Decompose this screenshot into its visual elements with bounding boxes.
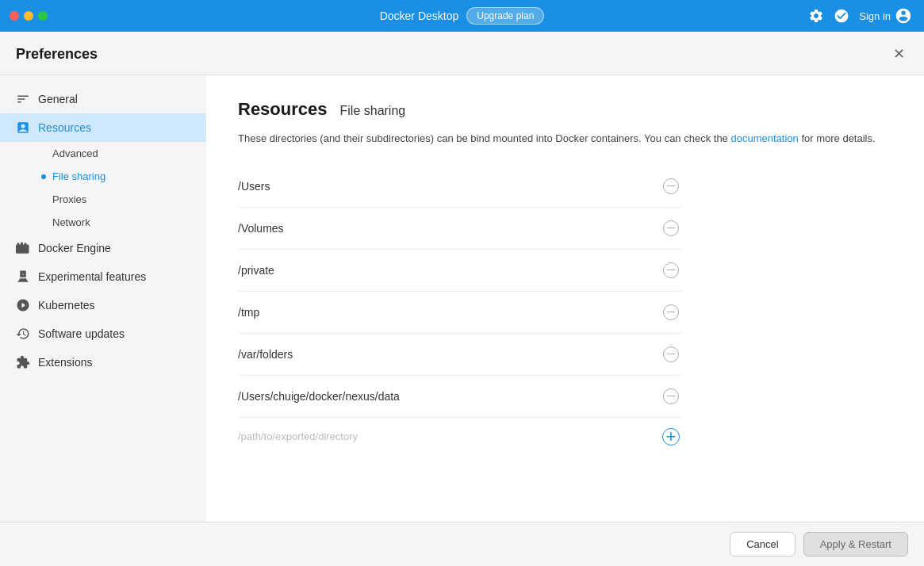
sidebar-item-docker-engine[interactable]: Docker Engine — [0, 234, 206, 262]
sidebar-subitem-advanced[interactable]: Advanced — [0, 142, 206, 165]
description-text: These directories (and their subdirector… — [238, 132, 728, 144]
content-header: Resources File sharing — [238, 99, 892, 120]
section-subtitle: File sharing — [340, 104, 406, 118]
sidebar-subitem-proxies[interactable]: Proxies — [0, 188, 206, 211]
directory-item-var-folders: /var/folders — [238, 334, 682, 376]
resource-icon — [16, 120, 30, 135]
account-circle-icon — [895, 7, 912, 25]
minus-circle-private — [663, 262, 679, 278]
bullet-file-sharing — [41, 174, 46, 179]
dir-path-users: /Users — [238, 180, 660, 193]
documentation-link[interactable]: documentation — [730, 132, 798, 144]
sidebar-extensions-label: Extensions — [38, 356, 92, 369]
cancel-button[interactable]: Cancel — [730, 532, 795, 556]
subitem-file-sharing-label: File sharing — [52, 170, 105, 182]
close-traffic-light[interactable] — [10, 11, 19, 21]
preferences-title: Preferences — [16, 46, 98, 63]
apply-restart-button[interactable]: Apply & Restart — [803, 532, 908, 556]
sliders-icon — [16, 92, 30, 106]
main-content: Resources File sharing These directories… — [206, 75, 924, 522]
minus-circle-volumes — [663, 220, 679, 236]
remove-users-button[interactable] — [660, 175, 682, 197]
minus-circle-tmp — [663, 304, 679, 320]
dir-path-private: /private — [238, 264, 660, 277]
maximize-traffic-light[interactable] — [38, 11, 48, 21]
sidebar-subitem-file-sharing[interactable]: File sharing — [0, 165, 206, 188]
dir-path-nexus: /Users/chuige/docker/nexus/data — [238, 390, 660, 403]
remove-private-button[interactable] — [660, 259, 682, 281]
preferences-window: Preferences ✕ General Resources — [0, 32, 924, 566]
traffic-lights — [10, 11, 48, 21]
subitem-network-label: Network — [52, 216, 90, 228]
sidebar-subitems: Advanced File sharing Proxies Network — [0, 142, 206, 234]
subitem-advanced-label: Advanced — [52, 147, 98, 159]
experiment-icon — [16, 270, 30, 284]
add-placeholder: /path/to/exported/directory — [238, 430, 660, 442]
kubernetes-icon — [16, 298, 30, 312]
directory-item-private: /private — [238, 250, 682, 292]
dir-path-tmp: /tmp — [238, 306, 660, 319]
engine-icon — [16, 241, 30, 255]
user-settings-icon[interactable] — [834, 8, 849, 24]
sidebar-general-label: General — [38, 93, 78, 105]
sidebar-item-experimental[interactable]: Experimental features — [0, 262, 206, 291]
sidebar-item-resources[interactable]: Resources — [0, 113, 206, 142]
plus-circle-icon: + — [662, 428, 680, 446]
preferences-footer: Cancel Apply & Restart — [0, 522, 924, 566]
sidebar-docker-engine-label: Docker Engine — [38, 242, 111, 254]
directory-item-volumes: /Volumes — [238, 208, 682, 250]
description-end-text: for more details. — [801, 132, 875, 144]
sidebar-experimental-label: Experimental features — [38, 270, 146, 283]
minus-circle-users — [663, 178, 679, 194]
subitem-proxies-label: Proxies — [52, 193, 86, 205]
sidebar-item-general[interactable]: General — [0, 85, 206, 113]
preferences-body: General Resources Advanced File sharing — [0, 75, 924, 522]
directory-list: /Users /Volumes /private — [238, 166, 682, 456]
titlebar-right: Sign in — [808, 7, 912, 25]
minimize-traffic-light[interactable] — [24, 11, 33, 21]
add-directory-button[interactable]: + — [660, 426, 682, 448]
extensions-icon — [16, 355, 30, 369]
sidebar-resources-label: Resources — [38, 121, 91, 134]
section-title: Resources — [238, 99, 328, 120]
dir-path-var-folders: /var/folders — [238, 348, 660, 361]
directory-item-tmp: /tmp — [238, 292, 682, 334]
titlebar: Docker Desktop Upgrade plan Sign in — [0, 0, 924, 32]
preferences-header: Preferences ✕ — [0, 32, 924, 75]
minus-circle-var-folders — [663, 346, 679, 362]
sign-in-label: Sign in — [859, 10, 891, 22]
add-directory-row: /path/to/exported/directory + — [238, 418, 682, 456]
sidebar-item-kubernetes[interactable]: Kubernetes — [0, 291, 206, 319]
updates-icon — [16, 327, 30, 341]
titlebar-title: Docker Desktop Upgrade plan — [380, 7, 545, 25]
sidebar-item-extensions[interactable]: Extensions — [0, 348, 206, 377]
sidebar: General Resources Advanced File sharing — [0, 75, 206, 522]
content-description: These directories (and their subdirector… — [238, 131, 892, 147]
sidebar-item-software-updates[interactable]: Software updates — [0, 319, 206, 348]
sidebar-software-updates-label: Software updates — [38, 327, 125, 340]
sidebar-subitem-network[interactable]: Network — [0, 211, 206, 234]
sign-in-area[interactable]: Sign in — [859, 7, 912, 25]
minus-circle-nexus — [663, 388, 679, 404]
sidebar-kubernetes-label: Kubernetes — [38, 299, 95, 312]
settings-icon[interactable] — [808, 8, 824, 24]
dir-path-volumes: /Volumes — [238, 222, 660, 235]
remove-volumes-button[interactable] — [660, 217, 682, 239]
upgrade-plan-button[interactable]: Upgrade plan — [466, 7, 544, 25]
directory-item-users: /Users — [238, 166, 682, 208]
remove-tmp-button[interactable] — [660, 301, 682, 323]
remove-nexus-button[interactable] — [660, 385, 682, 407]
directory-item-nexus: /Users/chuige/docker/nexus/data — [238, 376, 682, 418]
close-button[interactable]: ✕ — [889, 44, 908, 63]
remove-var-folders-button[interactable] — [660, 343, 682, 365]
app-name-label: Docker Desktop — [380, 10, 459, 22]
